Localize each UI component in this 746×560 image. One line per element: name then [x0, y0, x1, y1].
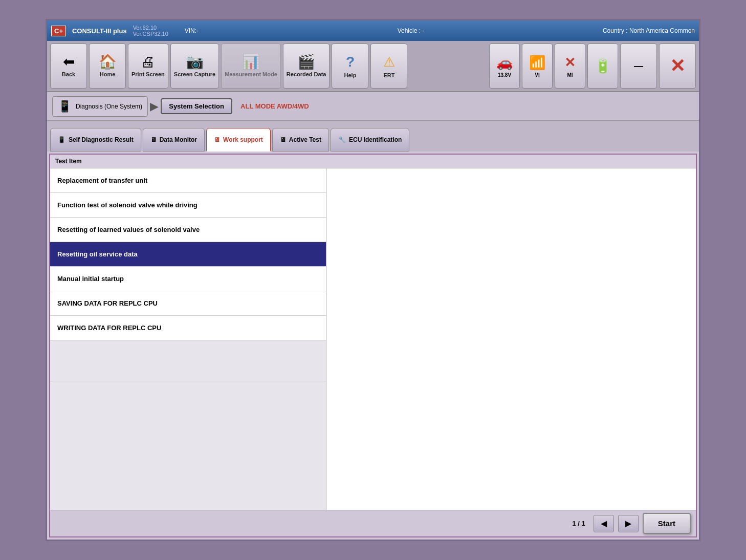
tab-self-diagnostic[interactable]: 📱 Self Diagnostic Result — [50, 128, 141, 152]
app-logo: C+ — [51, 26, 66, 36]
measurement-mode-button: 📊 Measurement Mode — [221, 44, 281, 89]
tab-work-support[interactable]: 🖥 Work support — [206, 128, 271, 152]
app-version: Ver.62.10Ver.CSP32.10 — [133, 25, 168, 37]
battery-status: 🔋 — [587, 44, 618, 89]
ecu-icon: 🔧 — [338, 136, 346, 143]
measurement-label: Measurement Mode — [225, 71, 277, 77]
breadcrumb-bar: 📱 Diagnosis (One System) ▶ System Select… — [47, 92, 699, 121]
mi-status: ✕ MI — [555, 44, 585, 89]
tab-active-test-label: Active Test — [289, 136, 321, 143]
tab-self-diagnostic-label: Self Diagnostic Result — [69, 136, 134, 143]
vi-icon: 📶 — [529, 55, 545, 71]
capture-label: Screen Capture — [174, 71, 215, 77]
help-icon: ? — [346, 54, 355, 70]
ert-button[interactable]: ⚠ ERT — [370, 44, 407, 89]
content-area: Test Item Replacement of transfer unit F… — [49, 154, 697, 537]
title-bar: C+ CONSULT-III plus Ver.62.10Ver.CSP32.1… — [47, 20, 699, 41]
ert-label: ERT — [383, 72, 394, 78]
list-item-8 — [50, 340, 326, 381]
record-label: Recorded Data — [287, 71, 326, 77]
back-icon: ⬅ — [63, 55, 75, 69]
screen-capture-button[interactable]: 📷 Screen Capture — [170, 44, 219, 89]
breadcrumb-arrow-icon: ▶ — [150, 100, 159, 113]
vi-status: 📶 VI — [522, 44, 553, 89]
test-item-list: Replacement of transfer unit Function te… — [50, 168, 326, 510]
mi-icon: ✕ — [564, 55, 576, 71]
detail-panel — [326, 168, 696, 510]
tab-ecu-identification[interactable]: 🔧 ECU Identification — [331, 128, 409, 152]
list-item-1[interactable]: Replacement of transfer unit — [50, 168, 326, 193]
breadcrumb-system-selection: System Selection — [161, 98, 232, 114]
car-status-icon: 🚗 — [496, 55, 513, 71]
home-label: Home — [100, 71, 116, 77]
ert-icon: ⚠ — [383, 54, 395, 70]
list-item-5[interactable]: Manual initial startup — [50, 267, 326, 291]
tab-work-support-label: Work support — [223, 136, 263, 143]
tab-data-monitor-label: Data Monitor — [160, 136, 197, 143]
list-item-6[interactable]: SAVING DATA FOR REPLC CPU — [50, 291, 326, 316]
work-support-icon: 🖥 — [214, 136, 220, 143]
vehicle-label: Vehicle : - — [225, 27, 597, 34]
list-item-3[interactable]: Resetting of learned values of solenoid … — [50, 218, 326, 242]
minimize-button[interactable]: — — [620, 44, 657, 89]
next-icon: ▶ — [625, 519, 631, 528]
content-body: Replacement of transfer unit Function te… — [50, 168, 696, 510]
list-item-7[interactable]: WRITING DATA FOR REPLC CPU — [50, 316, 326, 340]
content-header: Test Item — [50, 155, 696, 168]
list-item-2[interactable]: Function test of solenoid valve while dr… — [50, 193, 326, 218]
next-page-button[interactable]: ▶ — [618, 515, 639, 532]
measurement-icon: 📊 — [242, 55, 260, 69]
pagination-info: 1 / 1 — [573, 520, 585, 527]
app-name: CONSULT-III plus — [72, 27, 127, 35]
home-icon: 🏠 — [99, 55, 117, 69]
minimize-icon: — — [634, 61, 643, 72]
back-button[interactable]: ⬅ Back — [50, 44, 87, 89]
mi-label: MI — [567, 72, 573, 78]
home-button[interactable]: 🏠 Home — [89, 44, 126, 89]
self-diagnostic-icon: 📱 — [58, 136, 65, 143]
country-label: Country : North America Common — [603, 27, 695, 34]
active-test-icon: 🖥 — [280, 136, 286, 143]
main-window: C+ CONSULT-III plus Ver.62.10Ver.CSP32.1… — [46, 19, 700, 541]
start-button[interactable]: Start — [643, 513, 691, 534]
tab-ecu-label: ECU Identification — [349, 136, 402, 143]
print-label: Print Screen — [131, 71, 165, 77]
tab-bar: 📱 Self Diagnostic Result 🖥 Data Monitor … — [47, 121, 699, 152]
breadcrumb-start: 📱 Diagnosis (One System) — [52, 96, 148, 117]
voltage-label: 13.8V — [498, 72, 511, 78]
prev-icon: ◀ — [601, 519, 607, 528]
tab-data-monitor[interactable]: 🖥 Data Monitor — [143, 128, 205, 152]
data-monitor-icon: 🖥 — [150, 136, 157, 143]
help-label: Help — [344, 72, 357, 78]
prev-page-button[interactable]: ◀ — [594, 515, 614, 532]
list-item-4[interactable]: Resetting oil service data — [50, 242, 326, 267]
back-label: Back — [62, 71, 75, 77]
battery-icon: 🔋 — [595, 58, 611, 74]
recorded-data-button[interactable]: 🎬 Recorded Data — [283, 44, 330, 89]
toolbar: ⬅ Back 🏠 Home 🖨 Print Screen 📷 Screen Ca… — [47, 41, 699, 92]
print-screen-button[interactable]: 🖨 Print Screen — [128, 44, 168, 89]
tab-active-test[interactable]: 🖥 Active Test — [272, 128, 329, 152]
device-icon: 📱 — [58, 100, 72, 113]
content-footer: 1 / 1 ◀ ▶ Start — [50, 510, 696, 536]
vin-label: VIN:- — [185, 27, 199, 34]
breadcrumb-diagnosis: Diagnosis (One System) — [76, 103, 142, 110]
record-icon: 🎬 — [297, 55, 315, 69]
vi-label: VI — [535, 72, 539, 78]
breadcrumb-mode: ALL MODE AWD/4WD — [240, 102, 309, 110]
close-icon: ✕ — [670, 55, 685, 77]
camera-icon: 📷 — [186, 55, 204, 69]
help-button[interactable]: ? Help — [332, 44, 368, 89]
print-icon: 🖨 — [141, 55, 155, 69]
close-button[interactable]: ✕ — [659, 44, 696, 89]
voltage-status: 🚗 13.8V — [489, 44, 520, 89]
